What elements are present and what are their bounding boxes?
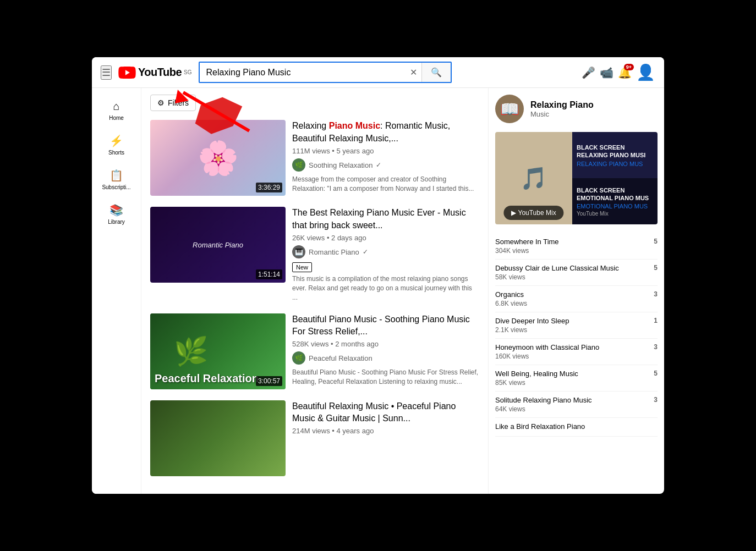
video-thumb-3[interactable]: Peaceful Relaxation 3:00:57 — [150, 313, 286, 389]
age-4: 4 years ago — [336, 427, 374, 435]
channel-card-avatar: 📖 — [495, 95, 524, 123]
playlist-item-0-views: 304K views — [495, 247, 649, 255]
channel-card[interactable]: 📖 Relaxing Piano Music — [495, 95, 658, 123]
view-count-2: 26K views — [292, 234, 325, 242]
mix-right-panel: BLACK SCREEN RELAXING PIANO MUSI RELAXIN… — [572, 132, 658, 224]
video-channel-3[interactable]: 🌿 Peaceful Relaxation — [292, 351, 479, 365]
sidebar-item-home[interactable]: ⌂ Home — [95, 95, 139, 126]
video-meta-4: 214M views • 4 years ago — [292, 427, 479, 435]
channel-name-2: Romantic Piano — [309, 248, 359, 256]
playlist-container: Somewhere In Time 304K views 5 Debussy C… — [495, 233, 658, 436]
video-title-1[interactable]: Relaxing Piano Music: Romantic Music, Be… — [292, 120, 479, 145]
yt-results: ⚙ Filters 3:36:29 Relaxing Piano Music: … — [141, 88, 488, 493]
mic-button[interactable]: 🎤 — [582, 66, 595, 79]
create-button[interactable]: 📹 — [600, 66, 613, 79]
playlist-item-3[interactable]: Dive Deeper Into Sleep 2.1K views 1 — [495, 312, 658, 339]
playlist-item-7-title: Like a Bird Relaxation Piano — [495, 422, 658, 432]
video-duration-1: 3:36:29 — [256, 183, 282, 192]
video-duration-3: 3:00:57 — [256, 376, 282, 386]
mix-item-2[interactable]: BLACK SCREEN EMOTIONAL PIANO MUS EMOTION… — [572, 178, 658, 224]
youtube-icon — [118, 67, 136, 79]
search-input[interactable] — [200, 63, 406, 82]
new-badge-2: New — [292, 262, 312, 272]
video-info-1: Relaxing Piano Music: Romantic Music, Be… — [292, 120, 479, 196]
playlist-item-6[interactable]: Solitude Relaxing Piano Music 64K views … — [495, 392, 658, 418]
video-thumb-1[interactable]: 3:36:29 — [150, 120, 286, 196]
playlist-item-5-count: 5 — [649, 370, 658, 377]
menu-button[interactable]: ☰ — [101, 65, 112, 80]
sidebar-item-subscriptions-label: Subscripti... — [102, 184, 130, 190]
video-result-3: Peaceful Relaxation 3:00:57 Beautiful Pi… — [150, 313, 479, 389]
sidebar-item-shorts-label: Shorts — [108, 150, 124, 156]
sidebar-item-subscriptions[interactable]: 📋 Subscripti... — [95, 163, 139, 196]
yt-logo[interactable]: YouTube SG — [118, 66, 192, 79]
playlist-item-3-views: 2.1K views — [495, 326, 649, 334]
video-thumb-4[interactable] — [150, 400, 286, 476]
channel-avatar-1: 🌿 — [292, 158, 305, 172]
playlist-item-6-title: Solitude Relaxing Piano Music — [495, 396, 649, 405]
logo-country: SG — [184, 69, 191, 75]
sidebar-item-shorts[interactable]: ⚡ Shorts — [95, 129, 139, 161]
verified-icon-2: ✓ — [363, 248, 368, 256]
filters-button[interactable]: ⚙ Filters — [150, 95, 196, 111]
video-info-3: Beautiful Piano Music - Soothing Piano M… — [292, 313, 479, 389]
playlist-item-4-count: 3 — [649, 343, 658, 351]
classical-piano-label: Romantic Piano — [188, 236, 248, 254]
playlist-item-7[interactable]: Like a Bird Relaxation Piano — [495, 418, 658, 437]
home-icon: ⌂ — [113, 100, 119, 113]
video-duration-2: 1:51:14 — [256, 269, 282, 279]
age-3: 2 months ago — [335, 340, 379, 348]
playlist-item-5-title: Well Being, Healing Music — [495, 370, 649, 379]
playlist-item-4[interactable]: Honeymoon with Classical Piano 160K view… — [495, 339, 658, 365]
video-info-4: Beautiful Relaxing Music • Peaceful Pian… — [292, 400, 479, 476]
age-1: 5 years ago — [336, 147, 374, 155]
playlist-item-1-info: Debussy Clair de Lune Classical Music 58… — [495, 264, 649, 281]
logo-text: YouTube — [138, 66, 182, 79]
video-meta-1: 111M views • 5 years ago — [292, 147, 479, 155]
playlist-item-2[interactable]: Organics 6.8K views 3 — [495, 286, 658, 312]
mix-play-button[interactable]: ▶ YouTube Mix — [503, 206, 563, 220]
playlist-item-2-count: 3 — [649, 290, 658, 298]
video-title-3[interactable]: Beautiful Piano Music - Soothing Piano M… — [292, 313, 479, 338]
search-submit-button[interactable]: 🔍 — [421, 63, 451, 82]
mix-item-1-subtitle: RELAXING PIANO MUS — [577, 161, 653, 167]
library-icon: 📚 — [109, 203, 123, 217]
view-count-4: 214M views — [292, 427, 330, 435]
channel-name-3: Peaceful Relaxation — [309, 354, 372, 362]
search-clear-button[interactable]: ✕ — [406, 67, 421, 78]
mix-left-panel: 🎵 ▶ YouTube Mix — [495, 132, 572, 224]
video-title-4[interactable]: Beautiful Relaxing Music • Peaceful Pian… — [292, 400, 479, 425]
channel-card-name: Relaxing Piano — [530, 100, 594, 110]
video-title-2[interactable]: The Best Relaxing Piano Music Ever - Mus… — [292, 207, 479, 232]
video-meta-2: 26K views • 2 days ago — [292, 234, 479, 242]
playlist-item-0-info: Somewhere In Time 304K views — [495, 238, 649, 255]
playlist-item-2-views: 6.8K views — [495, 300, 649, 307]
channel-avatar-3: 🌿 — [292, 351, 305, 365]
youtube-mix-card[interactable]: 🎵 ▶ YouTube Mix BLACK SCREEN RELAXING PI… — [495, 132, 658, 224]
channel-card-info: Relaxing Piano Music — [530, 100, 594, 118]
sidebar-item-library[interactable]: 📚 Library — [95, 198, 139, 230]
playlist-item-4-views: 160K views — [495, 352, 649, 360]
video-thumb-2[interactable]: Romantic Piano 1:51:14 — [150, 207, 286, 283]
mix-item-2-title: BLACK SCREEN EMOTIONAL PIANO MUS — [577, 186, 653, 202]
notifications-button[interactable]: 🔔 9+ — [618, 66, 632, 79]
playlist-item-1[interactable]: Debussy Clair de Lune Classical Music 58… — [495, 260, 658, 286]
notification-badge: 9+ — [624, 64, 634, 70]
playlist-item-1-views: 58K views — [495, 273, 649, 281]
playlist-item-0[interactable]: Somewhere In Time 304K views 5 — [495, 233, 658, 260]
playlist-item-6-info: Solitude Relaxing Piano Music 64K views — [495, 396, 649, 413]
shorts-icon: ⚡ — [109, 134, 123, 147]
search-bar: ✕ 🔍 — [199, 62, 452, 83]
filters-label: Filters — [168, 98, 189, 107]
browser-window: ☰ YouTube SG ✕ 🔍 🎤 — [92, 57, 664, 493]
video-result-4: Beautiful Relaxing Music • Peaceful Pian… — [150, 400, 479, 476]
header-right: 🎤 📹 🔔 9+ 👤 — [582, 63, 655, 81]
yt-main: ⌂ Home ⚡ Shorts 📋 Subscripti... 📚 Librar… — [92, 88, 664, 493]
video-channel-2[interactable]: 🎹 Romantic Piano ✓ — [292, 245, 479, 258]
video-channel-1[interactable]: 🌿 Soothing Relaxation ✓ — [292, 158, 479, 172]
playlist-item-4-title: Honeymoon with Classical Piano — [495, 343, 649, 352]
playlist-item-5[interactable]: Well Being, Healing Music 85K views 5 — [495, 365, 658, 392]
playlist-item-1-title: Debussy Clair de Lune Classical Music — [495, 264, 649, 273]
avatar-button[interactable]: 👤 — [636, 63, 655, 81]
mix-item-1[interactable]: BLACK SCREEN RELAXING PIANO MUSI RELAXIN… — [572, 132, 658, 178]
